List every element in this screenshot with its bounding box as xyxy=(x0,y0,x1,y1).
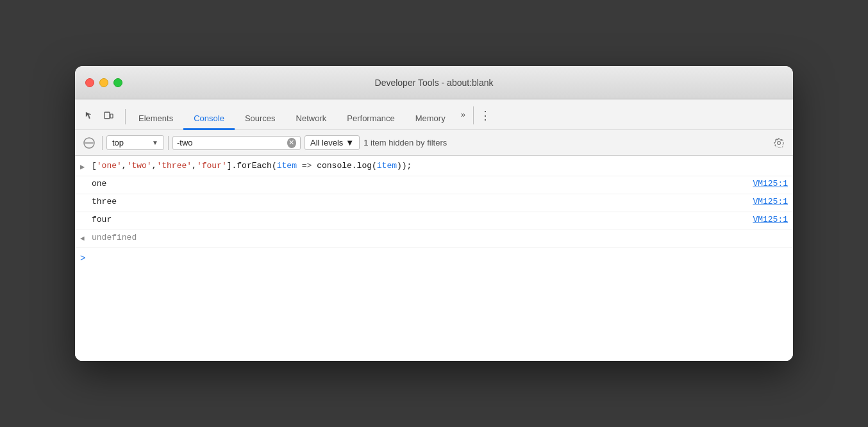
filter-input-wrap: ✕ xyxy=(172,136,301,150)
vm-link-one[interactable]: VM125:1 xyxy=(742,178,788,190)
console-code: ['one','two','three','four'].forEach(ite… xyxy=(92,160,788,172)
svg-rect-1 xyxy=(110,114,113,118)
context-dropdown-arrow: ▼ xyxy=(152,139,158,146)
result-undefined: undefined xyxy=(92,233,137,242)
tab-memory[interactable]: Memory xyxy=(405,108,456,130)
console-output: ▶ ['one','two','three','four'].forEach(i… xyxy=(75,156,793,361)
console-prompt[interactable]: > xyxy=(75,248,793,269)
prompt-arrow-icon: > xyxy=(80,253,85,264)
device-toolbar-icon[interactable] xyxy=(99,106,117,124)
tab-elements[interactable]: Elements xyxy=(128,108,183,130)
vm-link-four[interactable]: VM125:1 xyxy=(742,214,788,226)
filter-clear-button[interactable]: ✕ xyxy=(287,138,296,148)
tab-console[interactable]: Console xyxy=(183,108,235,130)
clear-console-button[interactable] xyxy=(80,134,98,152)
tab-network[interactable]: Network xyxy=(286,108,337,130)
log-levels-button[interactable]: All levels ▼ xyxy=(305,135,360,150)
toolbar-divider-1 xyxy=(102,136,103,150)
toolbar-divider-2 xyxy=(168,136,169,150)
output-text-four: four xyxy=(92,214,112,226)
console-toolbar: top ▼ ✕ All levels ▼ 1 item hidden by fi… xyxy=(75,130,793,156)
tab-sources[interactable]: Sources xyxy=(235,108,286,130)
console-output-three: ▶ three VM125:1 xyxy=(75,194,793,212)
hidden-items-info: 1 item hidden by filters xyxy=(363,138,766,147)
close-button[interactable] xyxy=(85,78,94,87)
more-tabs-button[interactable]: » xyxy=(456,105,471,124)
console-settings-button[interactable] xyxy=(770,134,788,152)
devtools-window: Developer Tools - about:blank xyxy=(75,66,793,361)
minimize-button[interactable] xyxy=(99,78,108,87)
devtools-body: Elements Console Sources Network Perform… xyxy=(75,99,793,361)
vm-link-three[interactable]: VM125:1 xyxy=(742,196,788,208)
tab-divider-1 xyxy=(125,109,126,124)
tabs-bar: Elements Console Sources Network Perform… xyxy=(75,99,793,130)
levels-arrow-icon: ▼ xyxy=(346,138,354,147)
tab-icon-group xyxy=(80,106,117,130)
expand-arrow-icon[interactable]: ▶ xyxy=(80,162,88,172)
console-output-one: ▶ one VM125:1 xyxy=(75,176,793,194)
traffic-lights xyxy=(85,78,122,87)
window-title: Developer Tools - about:blank xyxy=(375,78,494,88)
console-output-four: ▶ four VM125:1 xyxy=(75,212,793,230)
console-result-entry: ◀ undefined xyxy=(75,230,793,248)
context-selector[interactable]: top ▼ xyxy=(106,135,164,150)
filter-input[interactable] xyxy=(177,138,285,147)
maximize-button[interactable] xyxy=(113,78,122,87)
console-input-entry: ▶ ['one','two','three','four'].forEach(i… xyxy=(75,158,793,176)
output-text-three: three xyxy=(92,196,117,208)
inspect-element-icon[interactable] xyxy=(80,106,98,124)
tabs-end-separator xyxy=(473,106,474,124)
output-text-one: one xyxy=(92,178,106,190)
titlebar: Developer Tools - about:blank xyxy=(75,66,793,99)
svg-rect-0 xyxy=(104,112,110,119)
tab-performance[interactable]: Performance xyxy=(337,108,405,130)
devtools-menu-button[interactable]: ⋮ xyxy=(476,106,494,124)
